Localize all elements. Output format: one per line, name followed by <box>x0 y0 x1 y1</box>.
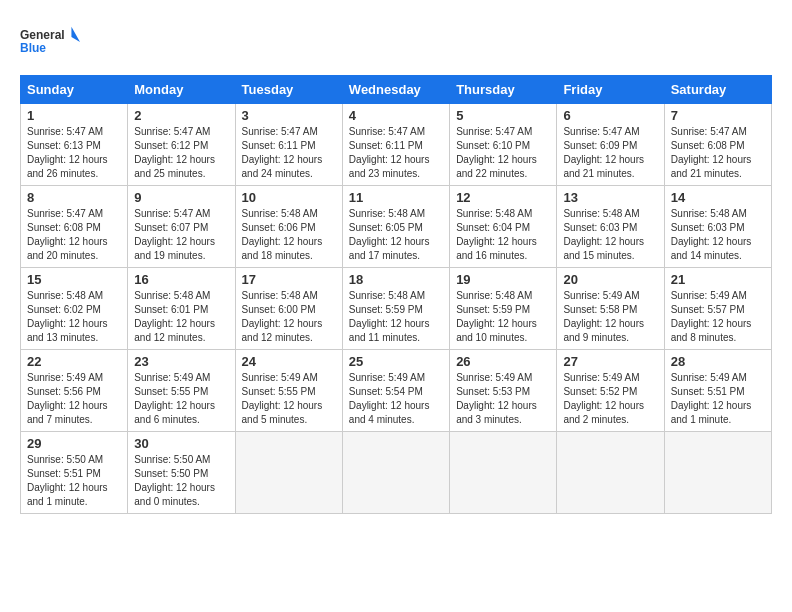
col-friday: Friday <box>557 76 664 104</box>
col-thursday: Thursday <box>450 76 557 104</box>
calendar-cell: 15Sunrise: 5:48 AM Sunset: 6:02 PM Dayli… <box>21 268 128 350</box>
day-number: 13 <box>563 190 657 205</box>
day-info: Sunrise: 5:49 AM Sunset: 5:55 PM Dayligh… <box>242 371 336 427</box>
calendar-cell: 14Sunrise: 5:48 AM Sunset: 6:03 PM Dayli… <box>664 186 771 268</box>
day-number: 14 <box>671 190 765 205</box>
calendar-cell: 29Sunrise: 5:50 AM Sunset: 5:51 PM Dayli… <box>21 432 128 514</box>
calendar-cell: 26Sunrise: 5:49 AM Sunset: 5:53 PM Dayli… <box>450 350 557 432</box>
calendar-cell: 10Sunrise: 5:48 AM Sunset: 6:06 PM Dayli… <box>235 186 342 268</box>
day-number: 30 <box>134 436 228 451</box>
svg-text:Blue: Blue <box>20 41 46 55</box>
calendar-row: 29Sunrise: 5:50 AM Sunset: 5:51 PM Dayli… <box>21 432 772 514</box>
day-number: 10 <box>242 190 336 205</box>
day-number: 29 <box>27 436 121 451</box>
day-info: Sunrise: 5:49 AM Sunset: 5:51 PM Dayligh… <box>671 371 765 427</box>
day-number: 17 <box>242 272 336 287</box>
day-number: 28 <box>671 354 765 369</box>
logo-svg: General Blue <box>20 20 80 65</box>
day-info: Sunrise: 5:48 AM Sunset: 6:04 PM Dayligh… <box>456 207 550 263</box>
day-info: Sunrise: 5:49 AM Sunset: 5:58 PM Dayligh… <box>563 289 657 345</box>
col-tuesday: Tuesday <box>235 76 342 104</box>
day-number: 27 <box>563 354 657 369</box>
day-info: Sunrise: 5:49 AM Sunset: 5:57 PM Dayligh… <box>671 289 765 345</box>
day-number: 18 <box>349 272 443 287</box>
calendar-row: 22Sunrise: 5:49 AM Sunset: 5:56 PM Dayli… <box>21 350 772 432</box>
day-info: Sunrise: 5:49 AM Sunset: 5:53 PM Dayligh… <box>456 371 550 427</box>
calendar-cell: 11Sunrise: 5:48 AM Sunset: 6:05 PM Dayli… <box>342 186 449 268</box>
day-number: 21 <box>671 272 765 287</box>
day-info: Sunrise: 5:48 AM Sunset: 6:00 PM Dayligh… <box>242 289 336 345</box>
day-info: Sunrise: 5:48 AM Sunset: 5:59 PM Dayligh… <box>456 289 550 345</box>
day-info: Sunrise: 5:47 AM Sunset: 6:09 PM Dayligh… <box>563 125 657 181</box>
day-info: Sunrise: 5:47 AM Sunset: 6:08 PM Dayligh… <box>671 125 765 181</box>
day-number: 12 <box>456 190 550 205</box>
day-number: 24 <box>242 354 336 369</box>
col-sunday: Sunday <box>21 76 128 104</box>
day-number: 20 <box>563 272 657 287</box>
day-number: 3 <box>242 108 336 123</box>
day-info: Sunrise: 5:48 AM Sunset: 6:06 PM Dayligh… <box>242 207 336 263</box>
calendar-cell: 28Sunrise: 5:49 AM Sunset: 5:51 PM Dayli… <box>664 350 771 432</box>
svg-marker-2 <box>71 27 80 42</box>
day-info: Sunrise: 5:48 AM Sunset: 6:01 PM Dayligh… <box>134 289 228 345</box>
calendar-cell: 2Sunrise: 5:47 AM Sunset: 6:12 PM Daylig… <box>128 104 235 186</box>
day-info: Sunrise: 5:48 AM Sunset: 6:03 PM Dayligh… <box>671 207 765 263</box>
calendar-cell: 7Sunrise: 5:47 AM Sunset: 6:08 PM Daylig… <box>664 104 771 186</box>
calendar-row: 15Sunrise: 5:48 AM Sunset: 6:02 PM Dayli… <box>21 268 772 350</box>
calendar-row: 1Sunrise: 5:47 AM Sunset: 6:13 PM Daylig… <box>21 104 772 186</box>
logo: General Blue <box>20 20 80 65</box>
calendar-cell: 6Sunrise: 5:47 AM Sunset: 6:09 PM Daylig… <box>557 104 664 186</box>
day-number: 19 <box>456 272 550 287</box>
day-info: Sunrise: 5:47 AM Sunset: 6:11 PM Dayligh… <box>242 125 336 181</box>
day-info: Sunrise: 5:49 AM Sunset: 5:52 PM Dayligh… <box>563 371 657 427</box>
calendar-cell <box>450 432 557 514</box>
calendar-cell: 23Sunrise: 5:49 AM Sunset: 5:55 PM Dayli… <box>128 350 235 432</box>
day-number: 2 <box>134 108 228 123</box>
calendar-cell: 9Sunrise: 5:47 AM Sunset: 6:07 PM Daylig… <box>128 186 235 268</box>
calendar-cell: 19Sunrise: 5:48 AM Sunset: 5:59 PM Dayli… <box>450 268 557 350</box>
calendar-cell <box>235 432 342 514</box>
calendar-cell: 30Sunrise: 5:50 AM Sunset: 5:50 PM Dayli… <box>128 432 235 514</box>
day-info: Sunrise: 5:49 AM Sunset: 5:54 PM Dayligh… <box>349 371 443 427</box>
day-info: Sunrise: 5:48 AM Sunset: 5:59 PM Dayligh… <box>349 289 443 345</box>
calendar-body: 1Sunrise: 5:47 AM Sunset: 6:13 PM Daylig… <box>21 104 772 514</box>
day-number: 26 <box>456 354 550 369</box>
calendar-cell: 18Sunrise: 5:48 AM Sunset: 5:59 PM Dayli… <box>342 268 449 350</box>
day-info: Sunrise: 5:48 AM Sunset: 6:02 PM Dayligh… <box>27 289 121 345</box>
day-number: 16 <box>134 272 228 287</box>
day-number: 9 <box>134 190 228 205</box>
day-number: 1 <box>27 108 121 123</box>
calendar-cell: 16Sunrise: 5:48 AM Sunset: 6:01 PM Dayli… <box>128 268 235 350</box>
calendar-cell: 24Sunrise: 5:49 AM Sunset: 5:55 PM Dayli… <box>235 350 342 432</box>
calendar-cell: 8Sunrise: 5:47 AM Sunset: 6:08 PM Daylig… <box>21 186 128 268</box>
page-header: General Blue <box>20 20 772 65</box>
day-info: Sunrise: 5:48 AM Sunset: 6:05 PM Dayligh… <box>349 207 443 263</box>
day-number: 6 <box>563 108 657 123</box>
day-info: Sunrise: 5:48 AM Sunset: 6:03 PM Dayligh… <box>563 207 657 263</box>
calendar-cell: 5Sunrise: 5:47 AM Sunset: 6:10 PM Daylig… <box>450 104 557 186</box>
col-saturday: Saturday <box>664 76 771 104</box>
calendar-cell: 27Sunrise: 5:49 AM Sunset: 5:52 PM Dayli… <box>557 350 664 432</box>
day-number: 4 <box>349 108 443 123</box>
day-number: 22 <box>27 354 121 369</box>
day-info: Sunrise: 5:50 AM Sunset: 5:50 PM Dayligh… <box>134 453 228 509</box>
day-info: Sunrise: 5:47 AM Sunset: 6:07 PM Dayligh… <box>134 207 228 263</box>
day-info: Sunrise: 5:47 AM Sunset: 6:12 PM Dayligh… <box>134 125 228 181</box>
calendar-cell: 20Sunrise: 5:49 AM Sunset: 5:58 PM Dayli… <box>557 268 664 350</box>
calendar-cell: 4Sunrise: 5:47 AM Sunset: 6:11 PM Daylig… <box>342 104 449 186</box>
col-monday: Monday <box>128 76 235 104</box>
calendar-cell <box>342 432 449 514</box>
calendar-cell <box>557 432 664 514</box>
day-info: Sunrise: 5:47 AM Sunset: 6:13 PM Dayligh… <box>27 125 121 181</box>
day-info: Sunrise: 5:47 AM Sunset: 6:10 PM Dayligh… <box>456 125 550 181</box>
day-number: 15 <box>27 272 121 287</box>
header-row: Sunday Monday Tuesday Wednesday Thursday… <box>21 76 772 104</box>
day-info: Sunrise: 5:47 AM Sunset: 6:08 PM Dayligh… <box>27 207 121 263</box>
day-info: Sunrise: 5:49 AM Sunset: 5:56 PM Dayligh… <box>27 371 121 427</box>
calendar-cell: 22Sunrise: 5:49 AM Sunset: 5:56 PM Dayli… <box>21 350 128 432</box>
calendar-cell: 12Sunrise: 5:48 AM Sunset: 6:04 PM Dayli… <box>450 186 557 268</box>
col-wednesday: Wednesday <box>342 76 449 104</box>
day-number: 5 <box>456 108 550 123</box>
calendar-cell <box>664 432 771 514</box>
calendar-cell: 13Sunrise: 5:48 AM Sunset: 6:03 PM Dayli… <box>557 186 664 268</box>
